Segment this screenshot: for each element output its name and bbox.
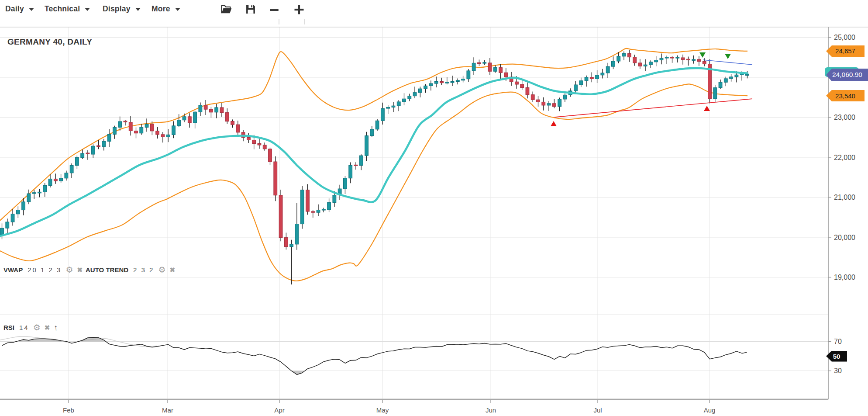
upper-band-price-tag: 24,657 <box>826 45 865 57</box>
candle-up <box>558 99 561 107</box>
gear-icon[interactable]: ⚙ <box>65 266 73 274</box>
candle-up <box>113 127 116 134</box>
toolbar-separator <box>279 19 279 24</box>
auto-trend-params: 2 3 2 <box>133 266 154 274</box>
candle-up <box>467 71 470 79</box>
candle-up <box>215 107 218 112</box>
chevron-down-icon <box>135 8 141 11</box>
menu-display[interactable]: Display <box>103 4 141 14</box>
buy-marker <box>704 106 710 111</box>
candle-up <box>91 146 95 154</box>
candle-up <box>735 75 738 77</box>
close-icon[interactable]: ✖ <box>77 267 83 273</box>
menu-technical[interactable]: Technical <box>45 4 90 14</box>
chart-title: GERMANY 40, DAILY <box>7 37 92 47</box>
menu-daily[interactable]: Daily <box>5 4 34 14</box>
month-label: Apr <box>274 406 284 414</box>
sell-marker <box>699 52 706 58</box>
candle-up <box>370 129 374 136</box>
candle-down <box>263 145 266 149</box>
candle-up <box>38 192 41 193</box>
candle-up <box>456 80 459 82</box>
candle-down <box>204 105 207 109</box>
candle-up <box>434 81 438 83</box>
candle-down <box>499 68 503 73</box>
vwap-indicator-row: VWAP 20 1 2 3 ⚙ ✖ <box>3 266 83 274</box>
candle-up <box>692 59 696 60</box>
candle-up <box>397 102 400 106</box>
month-label: Jun <box>486 406 496 414</box>
candle-down <box>697 59 701 62</box>
candle-up <box>359 156 363 165</box>
candle-up <box>493 68 497 72</box>
candle-down <box>269 149 272 162</box>
rsi-mid-value: 50 <box>833 353 840 360</box>
candle-up <box>145 124 148 127</box>
candle-down <box>150 124 154 131</box>
candle-up <box>70 166 73 173</box>
month-label: May <box>376 406 389 414</box>
candle-up <box>746 74 749 75</box>
candle-up <box>48 179 52 185</box>
move-pane-up-icon[interactable]: ↑ <box>53 323 58 332</box>
candle-up <box>483 62 486 63</box>
candle-up <box>43 185 47 192</box>
open-folder-icon[interactable] <box>220 3 232 15</box>
candle-up <box>381 108 384 121</box>
candle-down <box>542 102 545 105</box>
candle-up <box>349 165 352 178</box>
month-label: Aug <box>704 406 716 414</box>
candle-down <box>188 117 191 123</box>
save-icon[interactable] <box>245 3 257 15</box>
candle-down <box>504 73 508 77</box>
month-label: Jul <box>593 406 602 414</box>
candle-up <box>413 93 417 96</box>
candle-down <box>220 107 224 113</box>
candle-up <box>408 96 411 99</box>
candle-down <box>311 211 315 212</box>
rsi-level-label: 30 <box>834 367 842 374</box>
candle-down <box>686 59 690 60</box>
candle-up <box>16 210 20 214</box>
candle-up <box>424 86 427 89</box>
candle-up <box>445 82 449 83</box>
candle-up <box>649 62 652 65</box>
close-icon[interactable]: ✖ <box>45 324 50 331</box>
candle-up <box>22 202 25 210</box>
chart-plot-area[interactable]: FebMarAprMayJunJulAug703025,00024,00023,… <box>0 0 868 416</box>
candle-up <box>676 57 679 58</box>
zoom-in-icon[interactable] <box>293 3 305 16</box>
menu-more[interactable]: More <box>152 4 180 14</box>
candle-up <box>327 202 331 209</box>
candle-down <box>247 138 250 140</box>
candle-down <box>590 77 593 79</box>
candle-up <box>177 120 181 126</box>
rsi-params: 14 <box>19 324 29 331</box>
gear-icon[interactable]: ⚙ <box>33 323 41 332</box>
zoom-out-icon[interactable] <box>269 4 281 17</box>
menu-daily-label: Daily <box>5 4 24 14</box>
candle-down <box>515 82 518 84</box>
price-tick-label: 21,000 <box>834 194 855 201</box>
chart-canvas[interactable]: FebMarAprMayJunJulAug703025,00024,00023,… <box>0 0 868 416</box>
candle-up <box>665 57 668 58</box>
auto-trend-indicator-row: AUTO TREND 2 3 2 ⚙ ✖ <box>86 266 175 274</box>
rsi-line <box>2 337 747 374</box>
price-tick-label: 23,000 <box>834 114 855 121</box>
last-price-value: 24,060.90 <box>832 71 862 79</box>
candle-down <box>210 109 213 112</box>
candle-up <box>579 81 583 85</box>
candle-up <box>172 126 176 135</box>
candle-up <box>585 77 588 81</box>
buy-marker <box>551 121 557 126</box>
candle-up <box>59 178 63 181</box>
close-icon[interactable]: ✖ <box>169 267 175 273</box>
candle-down <box>627 54 631 57</box>
candle-down <box>225 113 229 121</box>
candle-up <box>11 214 14 222</box>
candle-up <box>622 54 626 56</box>
candle-down <box>681 58 685 59</box>
rsi-label: RSI <box>3 324 14 331</box>
gear-icon[interactable]: ⚙ <box>158 266 165 274</box>
candle-down <box>354 165 358 166</box>
